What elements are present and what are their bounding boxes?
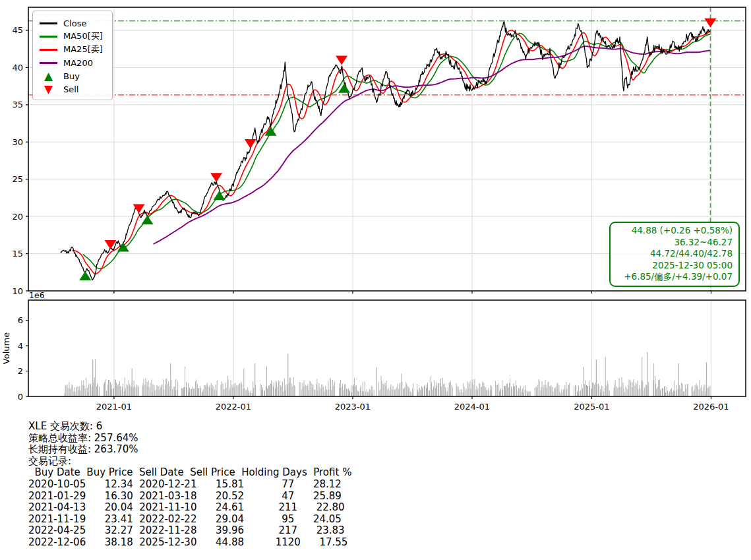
hold-return-line: 长期持有收益: 263.70%	[28, 444, 351, 456]
svg-text:20: 20	[12, 212, 23, 222]
legend-swatch	[40, 62, 57, 64]
trade-table-row: 2022-04-25 32.27 2022-11-28 39.96 217 23…	[28, 525, 351, 537]
trade-table-row: 2021-01-29 16.30 2021-03-18 20.52 47 25.…	[28, 491, 351, 503]
svg-text:4: 4	[18, 341, 23, 351]
svg-text:15: 15	[12, 249, 23, 259]
svg-text:30: 30	[12, 137, 23, 147]
trade-table-row: 2022-12-06 38.18 2025-12-30 44.88 1120 1…	[28, 537, 351, 549]
legend-item-buy: ▲ Buy	[40, 69, 103, 82]
svg-text:2: 2	[18, 366, 23, 376]
legend-label: Close	[63, 18, 86, 28]
legend-swatch: ▼	[40, 86, 57, 92]
trade-table-row: 2021-04-13 20.04 2021-11-10 24.61 211 22…	[28, 502, 351, 514]
svg-text:2022-01: 2022-01	[216, 402, 251, 412]
annotation-box: 44.88 (+0.26 +0.58%)36.32~46.2744.72/44.…	[609, 222, 740, 287]
svg-text:0: 0	[18, 392, 23, 402]
legend-label: MA200	[63, 58, 93, 68]
svg-text:35: 35	[12, 100, 23, 109]
legend-swatch	[40, 49, 57, 51]
trade-table-row: 2020-10-05 12.34 2020-12-21 15.81 77 28.…	[28, 479, 351, 491]
legend-swatch	[40, 36, 57, 38]
svg-text:2024-01: 2024-01	[454, 402, 490, 412]
legend-label: Sell	[63, 84, 78, 94]
price-volume-chart: 101520253035404502462021-012022-012023-0…	[0, 0, 751, 417]
legend-item-ma50: MA50[买]	[40, 30, 103, 43]
trade-table-row: 2021-11-19 23.41 2022-02-22 29.04 95 24.…	[28, 514, 351, 526]
annotation-line: 44.88 (+0.26 +0.58%)	[616, 225, 733, 237]
stats-block: XLE 交易次数: 6 策略总收益率: 257.64% 长期持有收益: 263.…	[28, 421, 351, 549]
trade-table-rows: 2020-10-05 12.34 2020-12-21 15.81 77 28.…	[28, 479, 351, 549]
records-title: 交易记录:	[28, 456, 351, 468]
annotation-line: +6.85/偏多/+4.39/+0.07	[616, 271, 733, 283]
annotation-line: 36.32~46.27	[616, 237, 733, 249]
legend-label: MA25[卖]	[63, 44, 103, 55]
trade-count-line: XLE 交易次数: 6	[28, 421, 351, 433]
legend-item-ma25: MA25[卖]	[40, 43, 103, 56]
legend-swatch: ▲	[40, 73, 57, 79]
legend-label: Buy	[63, 71, 80, 81]
svg-text:40: 40	[12, 63, 23, 73]
figure: 101520253035404502462021-012022-012023-0…	[0, 0, 751, 560]
legend-label: MA50[买]	[63, 30, 103, 42]
svg-text:10: 10	[12, 286, 23, 296]
svg-text:2026-01: 2026-01	[693, 402, 729, 412]
legend-item-sell: ▼ Sell	[40, 82, 103, 96]
svg-text:2021-01: 2021-01	[96, 402, 132, 412]
strategy-return-line: 策略总收益率: 257.64%	[28, 433, 351, 445]
legend: Close MA50[买] MA25[卖] MA200 ▲ Buy ▼ Sell	[32, 11, 113, 100]
svg-text:45: 45	[12, 25, 23, 35]
legend-item-close: Close	[40, 16, 103, 30]
annotation-line: 44.72/44.40/42.78	[616, 248, 733, 260]
svg-text:2025-01: 2025-01	[574, 402, 609, 412]
annotation-line: 2025-12-30 05:00	[616, 260, 733, 272]
svg-text:25: 25	[12, 174, 23, 184]
trade-table-header: Buy Date Buy Price Sell Date Sell Price …	[28, 467, 351, 479]
legend-item-ma200: MA200	[40, 56, 103, 69]
svg-text:Volume: Volume	[1, 332, 11, 364]
svg-text:6: 6	[18, 315, 23, 325]
legend-swatch	[40, 22, 57, 24]
svg-text:2023-01: 2023-01	[335, 402, 371, 412]
svg-text:1e6: 1e6	[29, 290, 45, 300]
